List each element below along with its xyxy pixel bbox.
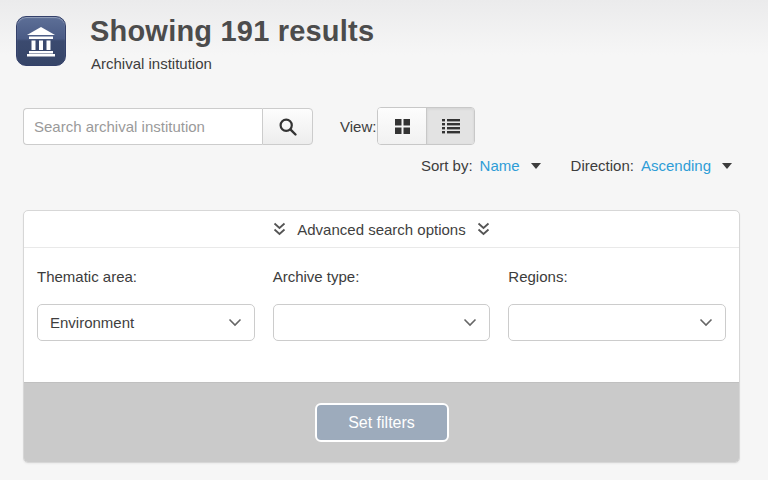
bank-building-glyph bbox=[24, 24, 58, 58]
direction-value-link[interactable]: Ascending bbox=[641, 157, 711, 174]
sort-by-caret-icon[interactable] bbox=[531, 163, 541, 169]
sort-row: Sort by: Name Direction: Ascending bbox=[421, 157, 740, 174]
archive-type-label: Archive type: bbox=[273, 268, 491, 285]
advanced-search-toggle[interactable]: Advanced search options bbox=[24, 211, 739, 248]
regions-label: Regions: bbox=[508, 268, 726, 285]
advanced-search-panel: Advanced search options Thematic area: E… bbox=[23, 210, 740, 463]
double-chevron-down-icon bbox=[273, 222, 286, 236]
view-toggle-group bbox=[377, 107, 475, 145]
archival-institution-icon bbox=[16, 16, 66, 66]
search-input[interactable] bbox=[23, 108, 262, 145]
filter-actions-footer: Set filters bbox=[24, 382, 739, 462]
filter-archive-type: Archive type: bbox=[273, 268, 491, 382]
grid-icon bbox=[394, 118, 411, 135]
card-view-button[interactable] bbox=[378, 108, 426, 144]
double-chevron-down-icon bbox=[477, 222, 490, 236]
sort-by-label: Sort by: bbox=[421, 157, 473, 174]
direction-label: Direction: bbox=[571, 157, 634, 174]
list-icon bbox=[442, 118, 460, 134]
chevron-down-icon bbox=[463, 318, 477, 327]
chevron-down-icon bbox=[699, 318, 713, 327]
chevron-down-icon bbox=[228, 318, 242, 327]
set-filters-button[interactable]: Set filters bbox=[315, 403, 449, 442]
filter-regions: Regions: bbox=[508, 268, 726, 382]
page-title: Showing 191 results bbox=[90, 15, 374, 48]
view-label: View: bbox=[340, 118, 376, 135]
thematic-area-label: Thematic area: bbox=[37, 268, 255, 285]
direction-caret-icon[interactable] bbox=[722, 163, 732, 169]
sort-by-value-link[interactable]: Name bbox=[480, 157, 520, 174]
thematic-area-select[interactable]: Environment bbox=[37, 304, 255, 341]
page-background: Showing 191 results Archival institution… bbox=[0, 0, 768, 480]
thematic-area-value: Environment bbox=[50, 314, 228, 331]
filter-form: Thematic area: Environment Archive type: bbox=[24, 248, 739, 382]
filter-thematic-area: Thematic area: Environment bbox=[37, 268, 255, 382]
archive-type-select[interactable] bbox=[273, 304, 491, 341]
advanced-search-title: Advanced search options bbox=[297, 221, 465, 238]
search-icon bbox=[278, 117, 298, 137]
search-group bbox=[23, 108, 313, 145]
table-view-button[interactable] bbox=[426, 108, 474, 144]
regions-select[interactable] bbox=[508, 304, 726, 341]
page-subtitle: Archival institution bbox=[91, 55, 212, 72]
search-button[interactable] bbox=[262, 108, 313, 145]
